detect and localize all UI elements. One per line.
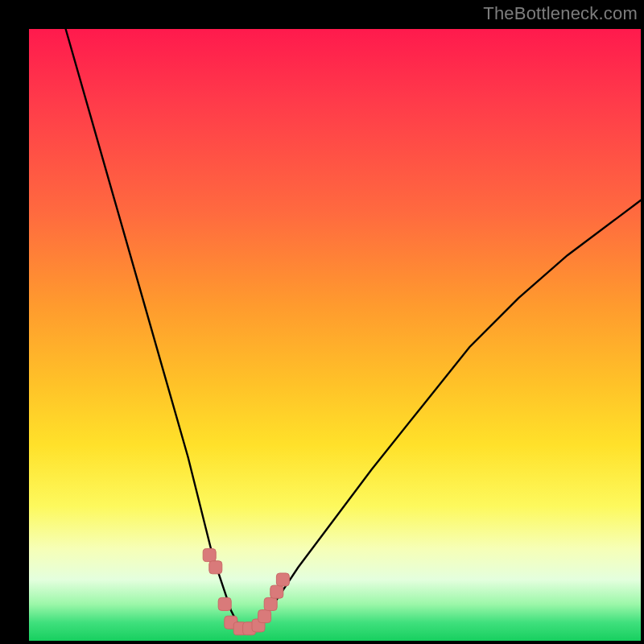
watermark-text: TheBottleneck.com — [483, 3, 638, 24]
marker-point — [218, 597, 231, 610]
marker-group — [203, 549, 289, 635]
plot-area — [29, 29, 641, 641]
marker-point — [276, 573, 289, 586]
curve-layer — [29, 29, 641, 641]
marker-point — [264, 597, 277, 610]
bottleneck-curve — [66, 29, 641, 629]
marker-point — [203, 549, 216, 562]
marker-point — [209, 561, 222, 574]
chart-frame: TheBottleneck.com — [0, 0, 644, 644]
marker-point — [258, 610, 271, 623]
marker-point — [270, 585, 283, 598]
